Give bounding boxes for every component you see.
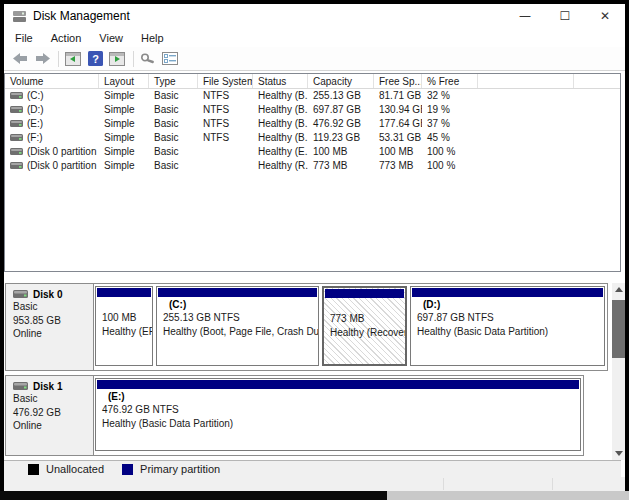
status-strip <box>4 477 625 491</box>
disk-label[interactable]: Disk 1Basic476.92 GBOnline <box>6 376 94 455</box>
legend-label: Unallocated <box>46 463 104 475</box>
back-icon <box>13 53 28 64</box>
back-button[interactable] <box>10 49 30 69</box>
partition-size: 697.87 GB NTFS <box>411 311 604 325</box>
help-button[interactable]: ? <box>85 49 105 69</box>
column-header-status[interactable]: Status <box>253 74 308 88</box>
volume-row[interactable]: (D:)SimpleBasicNTFSHealthy (B...697.87 G… <box>5 103 620 117</box>
column-header-capacity[interactable]: Capacity <box>308 74 374 88</box>
cell-capacity: 697.87 GB <box>308 103 374 117</box>
cell-file_system <box>198 159 253 173</box>
partition[interactable]: 100 MBHealthy (EF <box>95 286 153 366</box>
cell-volume: (F:) <box>5 131 99 145</box>
help-icon: ? <box>88 51 103 66</box>
volume-icon <box>10 106 23 114</box>
forward-icon <box>35 53 50 64</box>
volume-name: (Disk 0 partition 4) <box>27 159 99 173</box>
column-header-filler <box>478 74 574 88</box>
column-header-file-system[interactable]: File System <box>198 74 253 88</box>
cell-layout: Simple <box>99 117 149 131</box>
cell-filler <box>574 131 620 145</box>
disk-row-disk1: Disk 1Basic476.92 GBOnline(E:)476.92 GB … <box>5 375 584 456</box>
cell-type: Basic <box>149 117 198 131</box>
partition-status: Healthy (Basic Data Partition) <box>411 325 604 339</box>
partition-e[interactable]: (E:)476.92 GB NTFSHealthy (Basic Data Pa… <box>95 378 581 451</box>
graphical-view-scrollbar[interactable] <box>612 283 625 460</box>
volume-icon <box>10 134 23 142</box>
legend-swatch <box>28 464 39 475</box>
forward-button[interactable] <box>32 49 52 69</box>
menu-view[interactable]: View <box>90 30 132 46</box>
svg-text:?: ? <box>92 53 99 65</box>
volume-icon <box>10 92 23 100</box>
menu-bar: FileActionViewHelp <box>4 28 625 47</box>
volume-list-pane: VolumeLayoutTypeFile SystemStatusCapacit… <box>4 73 621 272</box>
cell-layout: Simple <box>99 89 149 103</box>
cell-type: Basic <box>149 159 198 173</box>
show-console-tree-button[interactable] <box>63 49 83 69</box>
partition-d[interactable]: (D:)697.87 GB NTFSHealthy (Basic Data Pa… <box>410 286 605 366</box>
cell-status: Healthy (B... <box>253 103 308 117</box>
scroll-up-button[interactable] <box>612 283 625 296</box>
volume-row[interactable]: (C:)SimpleBasicNTFSHealthy (B...255.13 G… <box>5 89 620 103</box>
cell-pct_free: 45 % <box>422 131 478 145</box>
show-action-pane-button[interactable] <box>107 49 127 69</box>
tools-button[interactable] <box>138 49 158 69</box>
menu-help[interactable]: Help <box>132 30 173 46</box>
volume-row[interactable]: (Disk 0 partition 1)SimpleBasicHealthy (… <box>5 145 620 159</box>
partition-band <box>412 288 603 297</box>
scrollbar-thumb[interactable] <box>612 300 625 358</box>
maximize-button[interactable]: ☐ <box>545 4 585 28</box>
volume-row[interactable]: (E:)SimpleBasicNTFSHealthy (B...476.92 G… <box>5 117 620 131</box>
partition-status: Healthy (EF <box>96 325 152 339</box>
disk-management-window: Disk Management — ☐ ✕ FileActionViewHelp <box>4 4 625 491</box>
volume-row[interactable]: (Disk 0 partition 4)SimpleBasicHealthy (… <box>5 159 620 173</box>
column-header-filler <box>574 74 620 88</box>
scroll-down-button[interactable] <box>612 447 625 460</box>
column-header-layout[interactable]: Layout <box>99 74 149 88</box>
volume-icon <box>10 148 23 156</box>
disk-icon <box>13 382 28 391</box>
column-header-%-free[interactable]: % Free <box>422 74 478 88</box>
volume-table-header: VolumeLayoutTypeFile SystemStatusCapacit… <box>5 74 620 89</box>
volume-name: (Disk 0 partition 1) <box>27 145 99 159</box>
cell-volume: (E:) <box>5 117 99 131</box>
cell-filler <box>478 117 574 131</box>
toolbar-separator <box>133 51 134 67</box>
minimize-button[interactable]: — <box>505 4 545 28</box>
partition-area: (E:)476.92 GB NTFSHealthy (Basic Data Pa… <box>94 376 583 455</box>
partition[interactable]: 773 MBHealthy (Recovery <box>322 286 407 366</box>
column-header-volume[interactable]: Volume <box>5 74 99 88</box>
cell-volume: (Disk 0 partition 1) <box>5 145 99 159</box>
close-button[interactable]: ✕ <box>585 4 625 28</box>
volume-icon <box>10 162 23 170</box>
column-header-type[interactable]: Type <box>149 74 198 88</box>
cell-capacity: 476.92 GB <box>308 117 374 131</box>
disk-label[interactable]: Disk 0Basic953.85 GBOnline <box>6 284 94 370</box>
strip-divider <box>552 478 553 490</box>
cell-file_system: NTFS <box>198 89 253 103</box>
cell-volume: (D:) <box>5 103 99 117</box>
properties-list-button[interactable] <box>160 49 180 69</box>
cell-filler <box>478 131 574 145</box>
volume-name: (D:) <box>27 103 44 117</box>
cell-file_system <box>198 145 253 159</box>
cell-free_space: 100 MB <box>374 145 422 159</box>
cell-pct_free: 19 % <box>422 103 478 117</box>
menu-file[interactable]: File <box>6 30 42 46</box>
cell-filler <box>478 89 574 103</box>
volume-row[interactable]: (F:)SimpleBasicNTFSHealthy (B...119.23 G… <box>5 131 620 145</box>
volume-icon <box>10 120 23 128</box>
cell-filler <box>478 159 574 173</box>
cell-type: Basic <box>149 131 198 145</box>
column-header-free-sp-[interactable]: Free Sp... <box>374 74 422 88</box>
disk-size: 953.85 GB <box>13 314 93 328</box>
cell-volume: (C:) <box>5 89 99 103</box>
menu-action[interactable]: Action <box>42 30 91 46</box>
toolbar-separator <box>58 51 59 67</box>
window-title: Disk Management <box>33 9 130 23</box>
partition-c[interactable]: (C:)255.13 GB NTFSHealthy (Boot, Page Fi… <box>156 286 319 366</box>
partition-title: (C:) <box>157 298 318 311</box>
cell-file_system: NTFS <box>198 131 253 145</box>
cell-free_space: 773 MB <box>374 159 422 173</box>
